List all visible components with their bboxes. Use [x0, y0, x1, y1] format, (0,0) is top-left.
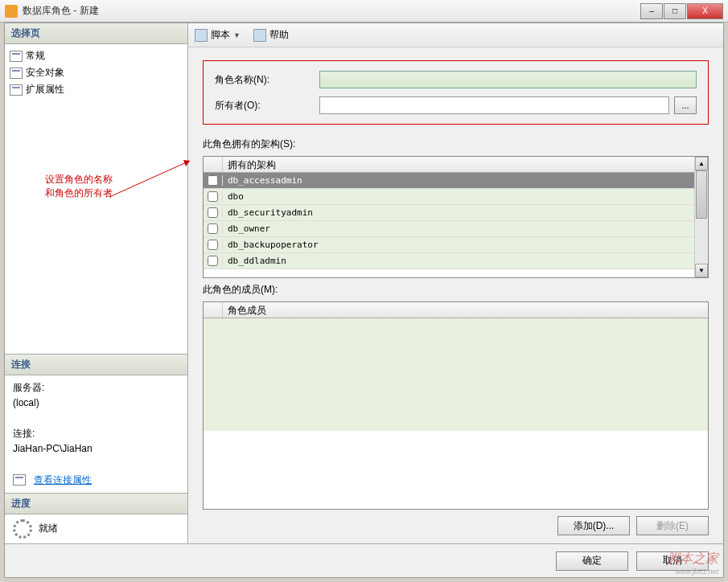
schemas-check-header [204, 157, 223, 172]
sidebar: 选择页 常规 安全对象 扩展属性 设置角色的名称 和角色的所有者 [5, 23, 188, 543]
schema-row[interactable]: db_backupoperator [204, 237, 694, 253]
help-button[interactable]: 帮助 [269, 28, 289, 42]
help-icon [253, 29, 266, 42]
schema-name: db_accessadmin [223, 175, 694, 186]
schema-checkbox[interactable] [208, 191, 218, 202]
members-grid: 角色成员 [203, 301, 709, 510]
schema-row[interactable]: db_accessadmin [204, 173, 694, 189]
highlighted-region: 角色名称(N): 所有者(O): ... [203, 60, 709, 125]
schema-name: dbo [223, 191, 694, 202]
schema-name: db_ddladmin [223, 256, 694, 266]
page-icon [10, 51, 23, 62]
view-connection-props-link[interactable]: 查看连接属性 [34, 473, 92, 488]
app-icon [5, 5, 18, 18]
schemas-column-header: 拥有的架构 [223, 157, 694, 172]
sidebar-item-securables[interactable]: 安全对象 [5, 64, 187, 81]
sidebar-item-label: 常规 [26, 49, 45, 63]
connection-header: 连接 [5, 355, 187, 375]
svg-line-0 [109, 161, 190, 197]
owner-label: 所有者(O): [215, 99, 319, 113]
script-dropdown-icon[interactable]: ▼ [233, 31, 241, 39]
progress-spinner-icon [13, 519, 32, 539]
server-label: 服务器: [13, 380, 179, 396]
schema-name: db_securityadmin [223, 207, 694, 218]
sidebar-item-label: 安全对象 [26, 66, 64, 80]
scroll-down-icon[interactable]: ▼ [695, 264, 708, 277]
sidebar-item-extended[interactable]: 扩展属性 [5, 81, 187, 98]
titlebar: 数据库角色 - 新建 – □ X [0, 0, 728, 23]
progress-header: 进度 [5, 494, 187, 514]
toolbar: 脚本 ▼ 帮助 [188, 23, 723, 47]
progress-status: 就绪 [39, 521, 58, 536]
role-name-input[interactable] [319, 71, 697, 88]
schema-checkbox[interactable] [208, 175, 218, 186]
connection-label: 连接: [13, 426, 179, 441]
members-section-label: 此角色的成员(M): [203, 283, 709, 297]
schema-name: db_backupoperator [223, 240, 694, 250]
cancel-button[interactable]: 取消 [636, 551, 709, 571]
schema-row[interactable]: db_owner [204, 221, 694, 237]
schema-row[interactable]: dbo [204, 189, 694, 205]
schemas-grid: 拥有的架构 db_accessadmindbodb_securityadmind… [203, 156, 709, 278]
page-icon [10, 68, 23, 79]
members-column-header: 角色成员 [223, 302, 708, 318]
schema-name: db_owner [223, 223, 694, 234]
owner-browse-button[interactable]: ... [674, 96, 697, 114]
script-icon [195, 29, 208, 42]
select-page-header: 选择页 [5, 23, 187, 44]
ok-button[interactable]: 确定 [556, 551, 628, 571]
role-name-label: 角色名称(N): [215, 73, 319, 87]
add-member-button[interactable]: 添加(D)... [557, 516, 630, 535]
members-check-header [204, 302, 223, 318]
remove-member-button[interactable]: 删除(E) [636, 516, 709, 535]
schemas-section-label: 此角色拥有的架构(S): [203, 137, 709, 151]
server-value: (local) [13, 396, 179, 411]
schema-checkbox[interactable] [208, 223, 218, 234]
schemas-scrollbar[interactable]: ▲ ▼ [694, 157, 708, 277]
page-icon [10, 84, 23, 96]
schema-checkbox[interactable] [208, 207, 218, 218]
connection-value: JiaHan-PC\JiaHan [13, 441, 179, 457]
annotation-arrow-icon [109, 157, 198, 205]
script-button[interactable]: 脚本 [211, 28, 230, 42]
owner-input[interactable] [319, 96, 669, 114]
window-title: 数据库角色 - 新建 [23, 4, 640, 18]
maximize-button[interactable]: □ [664, 3, 686, 19]
sidebar-item-general[interactable]: 常规 [5, 47, 187, 64]
scroll-thumb[interactable] [696, 170, 707, 219]
properties-icon [13, 474, 26, 486]
schema-row[interactable]: db_ddladmin [204, 253, 694, 269]
sidebar-item-label: 扩展属性 [26, 83, 64, 96]
close-button[interactable]: X [687, 3, 723, 19]
annotation-text: 设置角色的名称 和角色的所有者 [45, 173, 113, 200]
scroll-up-icon[interactable]: ▲ [695, 157, 708, 170]
dialog-footer: 确定 取消 [5, 543, 723, 577]
schema-checkbox[interactable] [208, 240, 218, 250]
minimize-button[interactable]: – [640, 3, 663, 19]
schema-row[interactable]: db_securityadmin [204, 205, 694, 221]
schema-checkbox[interactable] [208, 256, 218, 266]
